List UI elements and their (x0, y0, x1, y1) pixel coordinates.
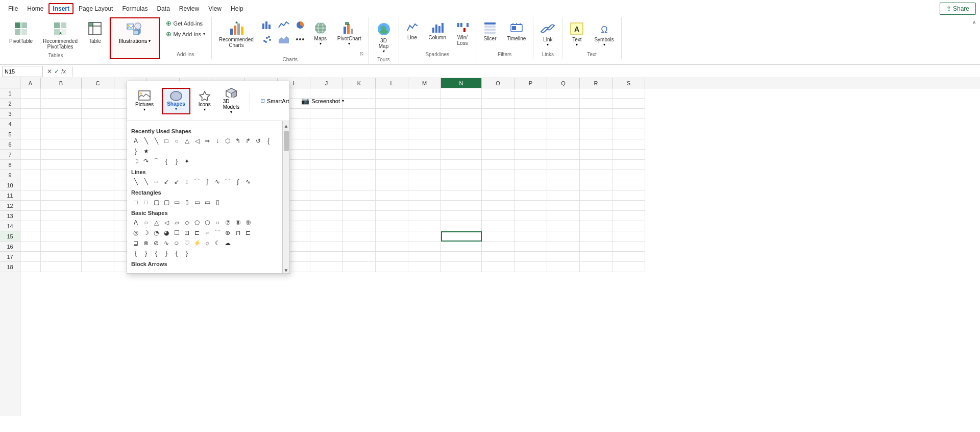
recommended-charts-button[interactable]: ★ RecommendedCharts (215, 18, 258, 51)
cell-M7[interactable] (408, 150, 441, 160)
formula-input[interactable] (77, 66, 978, 77)
cell-K16[interactable] (343, 242, 376, 252)
cell-C3[interactable] (82, 109, 114, 119)
cell-C16[interactable] (82, 242, 114, 252)
col-header-s[interactable]: S (612, 78, 645, 88)
cell-S7[interactable] (612, 150, 645, 160)
cell-S9[interactable] (612, 170, 645, 180)
cell-B11[interactable] (41, 190, 82, 201)
cell-J6[interactable] (310, 139, 343, 150)
cell-B17[interactable] (41, 252, 82, 262)
bs-lshape[interactable]: ⊏ (243, 228, 253, 237)
cell-A5[interactable] (20, 129, 41, 139)
cell-Q12[interactable] (547, 201, 580, 211)
cell-B8[interactable] (41, 160, 82, 170)
line-straight[interactable]: ╲ (131, 177, 140, 186)
cell-O8[interactable] (482, 160, 514, 170)
cell-A16[interactable] (20, 242, 41, 252)
line-curved3[interactable]: ∿ (213, 177, 222, 186)
cell-Q16[interactable] (547, 242, 580, 252)
column-sparkline-button[interactable]: Column (425, 18, 450, 43)
cell-J7[interactable] (310, 150, 343, 160)
formula-cancel-icon[interactable]: ✕ (47, 68, 52, 75)
cell-O7[interactable] (482, 150, 514, 160)
cell-P17[interactable] (514, 252, 547, 262)
cell-R6[interactable] (580, 139, 612, 150)
symbols-button[interactable]: Ω Symbols ▾ (590, 18, 618, 50)
cell-P13[interactable] (514, 211, 547, 221)
cell-S18[interactable] (612, 262, 645, 272)
cell-R7[interactable] (580, 150, 612, 160)
cell-M5[interactable] (408, 129, 441, 139)
cell-Q7[interactable] (547, 150, 580, 160)
shape-triangle[interactable]: △ (182, 136, 191, 146)
cell-N5[interactable] (441, 129, 482, 139)
cell-R11[interactable] (580, 190, 612, 201)
bs-diamond[interactable]: ◇ (182, 218, 191, 227)
shape-arrow-d[interactable]: ↓ (213, 136, 222, 146)
cell-M9[interactable] (408, 170, 441, 180)
bs-cloud[interactable]: ☁ (223, 238, 232, 248)
scatter-chart-button[interactable] (260, 33, 275, 46)
cell-A12[interactable] (20, 201, 41, 211)
cell-B2[interactable] (41, 99, 82, 109)
line-sparkline-button[interactable]: Line (402, 18, 423, 43)
cell-S6[interactable] (612, 139, 645, 150)
cell-N9[interactable] (441, 170, 482, 180)
get-add-ins-button[interactable]: ⊕ Get Add-ins (163, 18, 206, 28)
menu-review[interactable]: Review (175, 3, 203, 14)
cell-R16[interactable] (580, 242, 612, 252)
cell-J17[interactable] (310, 252, 343, 262)
cell-L11[interactable] (376, 190, 408, 201)
cell-P15[interactable] (514, 231, 547, 242)
cell-A18[interactable] (20, 262, 41, 272)
cell-S16[interactable] (612, 242, 645, 252)
menu-home[interactable]: Home (23, 3, 47, 14)
bs-cyl[interactable]: ⊡ (182, 228, 191, 237)
bs-heptagon[interactable]: ○ (213, 218, 222, 227)
cell-O1[interactable] (482, 88, 514, 99)
cell-S14[interactable] (612, 221, 645, 231)
shape-oval[interactable]: ○ (172, 136, 181, 146)
cell-L5[interactable] (376, 129, 408, 139)
bs-parallelogram[interactable]: ▱ (172, 218, 181, 227)
row-header-18[interactable]: 18 (0, 262, 20, 272)
cell-P4[interactable] (514, 119, 547, 129)
bs-rtriangle[interactable]: ◁ (162, 218, 171, 227)
row-header-17[interactable]: 17 (0, 252, 20, 262)
row-header-8[interactable]: 8 (0, 160, 20, 170)
cell-B1[interactable] (41, 88, 82, 99)
bs-moon2[interactable]: ☾ (213, 238, 222, 248)
cell-A8[interactable] (20, 160, 41, 170)
smartart-button[interactable]: ⊡ SmartArt (256, 95, 293, 106)
cell-B13[interactable] (41, 211, 82, 221)
menu-view[interactable]: View (204, 3, 226, 14)
cell-N13[interactable] (441, 211, 482, 221)
cell-M8[interactable] (408, 160, 441, 170)
cell-A4[interactable] (20, 119, 41, 129)
line-curved1[interactable]: ⌒ (192, 177, 202, 186)
cell-A11[interactable] (20, 190, 41, 201)
cell-J13[interactable] (310, 211, 343, 221)
cell-C14[interactable] (82, 221, 114, 231)
cell-L10[interactable] (376, 180, 408, 190)
cell-B14[interactable] (41, 221, 82, 231)
cell-Q1[interactable] (547, 88, 580, 99)
recommended-pivot-button[interactable]: ★ RecommendedPivotTables (39, 18, 82, 53)
cell-J11[interactable] (310, 190, 343, 201)
cell-M16[interactable] (408, 242, 441, 252)
bs-wavy[interactable]: ∿ (162, 238, 171, 248)
cell-O16[interactable] (482, 242, 514, 252)
bs-brace5[interactable]: { (172, 249, 181, 258)
cell-J9[interactable] (310, 170, 343, 180)
bs-cube[interactable]: ⊏ (192, 228, 202, 237)
3d-map-button[interactable]: 3DMap ▾ (372, 18, 396, 57)
bs-heart[interactable]: ♡ (182, 238, 191, 248)
bs-frbox[interactable]: ☐ (172, 228, 181, 237)
line-freeform[interactable]: ∿ (243, 177, 253, 186)
cell-A2[interactable] (20, 99, 41, 109)
cell-R18[interactable] (580, 262, 612, 272)
cell-S8[interactable] (612, 160, 645, 170)
cell-N2[interactable] (441, 99, 482, 109)
bs-nofill[interactable]: ⊘ (152, 238, 161, 248)
